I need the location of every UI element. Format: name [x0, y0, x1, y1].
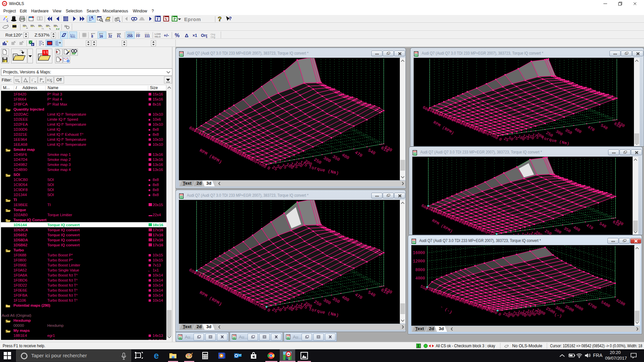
- svg-text:IOI: IOI: [415, 52, 418, 54]
- svg-text:Torque (Nm): Torque (Nm): [308, 165, 339, 176]
- svg-text:250: 250: [544, 229, 552, 235]
- svg-text:4000: 4000: [573, 303, 584, 312]
- svg-text:470: 470: [354, 292, 363, 300]
- svg-text:12000: 12000: [413, 259, 425, 264]
- svg-text:RPM (RPM): RPM (RPM): [431, 218, 453, 234]
- svg-text:V: V: [165, 17, 168, 21]
- svg-text:470: 470: [354, 150, 363, 158]
- svg-text:0: 0: [266, 307, 271, 313]
- svg-text:IOI..: IOI..: [132, 20, 135, 22]
- svg-text:300: 300: [322, 155, 332, 164]
- svg-text:0: 0: [266, 165, 271, 171]
- svg-text:HP: HP: [72, 52, 76, 55]
- svg-text:IOI: IOI: [180, 52, 183, 54]
- svg-text:RPM (RPM): RPM (RPM): [199, 148, 223, 165]
- svg-text:4700: 4700: [587, 301, 597, 310]
- svg-text:5400: 5400: [600, 300, 611, 309]
- svg-text:470: 470: [587, 125, 595, 132]
- svg-text:8: 8: [91, 35, 93, 38]
- svg-text:+/-: +/-: [164, 33, 169, 38]
- svg-text:IOI: IOI: [179, 335, 182, 337]
- svg-text:#-#: #-#: [56, 28, 59, 30]
- svg-text:(-): (-): [554, 312, 562, 318]
- svg-text:255: 255: [127, 34, 133, 38]
- svg-text:?: ?: [218, 15, 222, 22]
- svg-text:0: 0: [498, 137, 502, 142]
- svg-text:e: e: [154, 351, 159, 360]
- svg-text:HILO: HILO: [155, 35, 161, 38]
- svg-text:Torque (Nm): Torque (Nm): [308, 307, 339, 318]
- svg-text:2500: 2500: [545, 306, 556, 315]
- svg-text:IOI: IOI: [287, 335, 290, 337]
- svg-text:IOI: IOI: [413, 150, 417, 153]
- svg-text:6200: 6200: [615, 298, 626, 307]
- svg-text:FF: FF: [136, 34, 140, 38]
- svg-text:400: 400: [341, 294, 350, 303]
- svg-text:8000: 8000: [415, 268, 425, 273]
- svg-text:4000: 4000: [415, 276, 425, 281]
- svg-text:32: 32: [108, 35, 112, 38]
- svg-text:3500: 3500: [564, 304, 575, 313]
- svg-text:400: 400: [341, 152, 350, 161]
- svg-text:540: 540: [367, 147, 376, 156]
- svg-text:×1: ×1: [193, 33, 197, 38]
- svg-text:∞: ∞: [3, 2, 6, 5]
- svg-text:RPM (RPM): RPM (RPM): [432, 120, 455, 136]
- svg-text:IOI: IOI: [412, 239, 416, 241]
- svg-text:16000: 16000: [413, 251, 425, 255]
- svg-text:111: 111: [145, 34, 150, 38]
- svg-text:350: 350: [564, 128, 573, 135]
- svg-text:300: 300: [555, 129, 564, 137]
- svg-text:350: 350: [563, 226, 572, 234]
- svg-text:F: F: [157, 17, 159, 21]
- svg-text:Fl.: Fl.: [117, 35, 121, 38]
- svg-text:Σ: Σ: [417, 344, 420, 348]
- svg-text:∞: ∞: [287, 352, 289, 356]
- svg-text:Δ: Δ: [185, 33, 189, 38]
- svg-text:540: 540: [598, 221, 607, 229]
- svg-text:?: ?: [229, 15, 231, 21]
- svg-text:Org: Org: [211, 36, 215, 39]
- svg-text:250: 250: [313, 157, 322, 165]
- svg-text:Org: Org: [201, 33, 207, 38]
- svg-text:250: 250: [313, 299, 322, 307]
- svg-text:300: 300: [322, 297, 332, 306]
- svg-text:400: 400: [572, 225, 581, 233]
- svg-text:400: 400: [574, 127, 582, 134]
- svg-text:300: 300: [553, 227, 562, 235]
- svg-text:470: 470: [585, 223, 594, 231]
- svg-text:%: %: [175, 33, 179, 38]
- svg-text:350: 350: [331, 154, 341, 162]
- svg-text:540: 540: [600, 123, 608, 131]
- svg-text:IOI: IOI: [233, 335, 236, 337]
- svg-text:RPM (RPM): RPM (RPM): [199, 290, 223, 307]
- svg-text:P: P: [173, 17, 176, 21]
- svg-text:550: 550: [419, 284, 428, 292]
- svg-text:350: 350: [331, 296, 341, 304]
- svg-text:0: 0: [497, 312, 502, 317]
- svg-text:F: F: [32, 43, 34, 46]
- svg-text:540: 540: [367, 290, 376, 298]
- svg-text:16: 16: [99, 35, 103, 38]
- svg-text:- (-): - (-): [439, 304, 453, 315]
- svg-text:Torque (Nm): Torque (Nm): [541, 136, 570, 146]
- svg-text:IOI: IOI: [180, 194, 183, 196]
- svg-text:?x: ?x: [41, 27, 44, 30]
